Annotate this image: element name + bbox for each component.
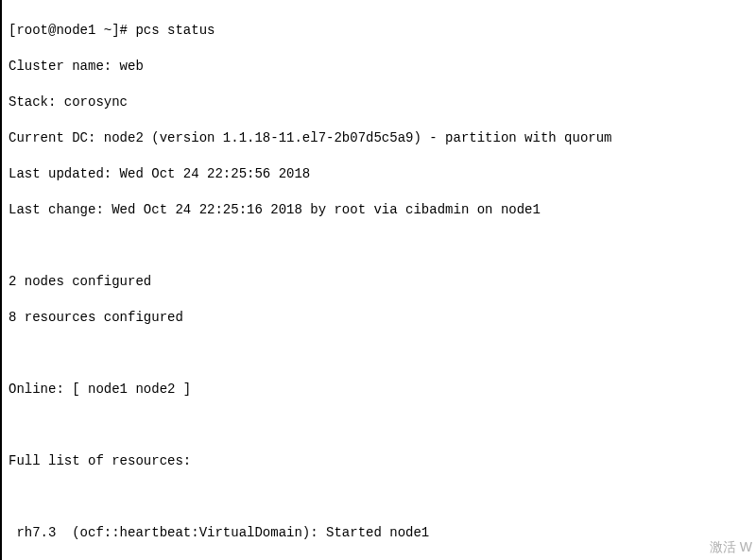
cluster-name-line: Cluster name: web [9,58,752,76]
resources-configured-line: 8 resources configured [9,309,752,327]
watermark-text: 激活 W [710,538,752,556]
blank-line [9,488,752,506]
shell-prompt: [root@node1 ~]# [9,23,135,38]
blank-line [9,416,752,434]
current-dc-line: Current DC: node2 (version 1.1.18-11.el7… [9,129,752,147]
online-nodes-line: Online: [ node1 node2 ] [9,381,752,399]
entered-command: pcs status [135,23,215,38]
last-updated-line: Last updated: Wed Oct 24 22:25:56 2018 [9,165,752,183]
blank-line [9,345,752,363]
last-change-line: Last change: Wed Oct 24 22:25:16 2018 by… [9,201,752,219]
blank-line [9,237,752,255]
terminal-output[interactable]: [root@node1 ~]# pcs status Cluster name:… [6,4,752,560]
command-line: [root@node1 ~]# pcs status [9,22,752,40]
resource-rh73-line: rh7.3 (ocf::heartbeat:VirtualDomain): St… [9,524,752,542]
full-list-header: Full list of resources: [9,452,752,470]
nodes-configured-line: 2 nodes configured [9,273,752,291]
stack-line: Stack: corosync [9,93,752,111]
